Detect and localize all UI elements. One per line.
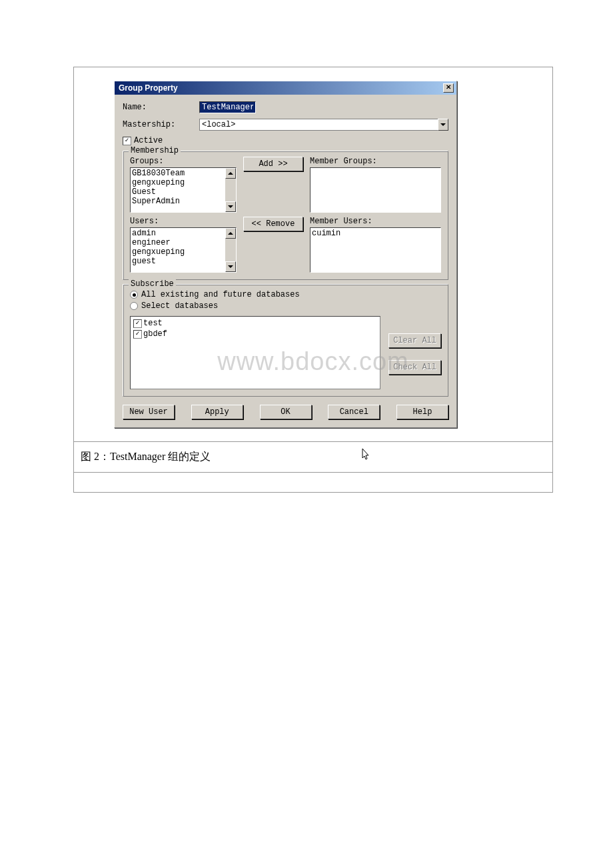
scroll-up-icon[interactable] xyxy=(225,168,236,179)
titlebar[interactable]: Group Property ✕ xyxy=(115,81,456,95)
list-item[interactable]: SuperAdmin xyxy=(132,197,235,206)
list-item[interactable]: cuimin xyxy=(312,229,439,238)
db-name: test xyxy=(143,318,163,329)
help-button[interactable]: Help xyxy=(396,405,448,419)
list-item[interactable]: admin xyxy=(132,229,235,238)
radio-all-label: All existing and future databases xyxy=(141,290,300,299)
name-label: Name: xyxy=(123,103,199,112)
users-listbox[interactable]: admin engineer gengxueping guest xyxy=(130,227,237,273)
add-button[interactable]: Add >> xyxy=(243,157,303,171)
subscribe-fieldset: Subscribe All existing and future databa… xyxy=(123,284,448,397)
member-users-label: Member Users: xyxy=(310,217,441,226)
chevron-down-icon[interactable] xyxy=(438,119,448,131)
member-users-listbox[interactable]: cuimin xyxy=(310,227,441,273)
radio-select-label: Select databases xyxy=(141,301,218,311)
remove-button[interactable]: << Remove xyxy=(243,217,303,231)
active-checkbox[interactable] xyxy=(123,137,131,145)
member-groups-label: Member Groups: xyxy=(310,157,441,166)
list-item[interactable]: Guest xyxy=(132,187,235,197)
name-input[interactable] xyxy=(199,101,256,113)
scroll-up-icon[interactable] xyxy=(225,228,236,239)
cancel-button[interactable]: Cancel xyxy=(328,405,380,419)
mastership-value[interactable] xyxy=(199,119,438,131)
groups-label: Groups: xyxy=(130,157,237,166)
scroll-down-icon[interactable] xyxy=(225,261,236,272)
list-item[interactable]: gengxueping xyxy=(132,178,235,187)
subscribe-legend: Subscribe xyxy=(129,279,176,289)
ok-button[interactable]: OK xyxy=(260,405,312,419)
membership-legend: Membership xyxy=(129,146,181,155)
list-item[interactable]: engineer xyxy=(132,238,235,247)
db-checkbox[interactable] xyxy=(133,319,142,328)
membership-fieldset: Membership Groups: GB18030Team gengxuepi… xyxy=(123,151,448,280)
group-property-dialog: Group Property ✕ Name: Mastership: xyxy=(114,81,457,428)
list-item[interactable]: gengxueping xyxy=(132,247,235,257)
scrollbar[interactable] xyxy=(225,168,236,212)
list-item[interactable]: GB18030Team xyxy=(132,169,235,178)
list-item[interactable]: guest xyxy=(132,257,235,266)
new-user-button[interactable]: New User xyxy=(123,405,175,419)
list-item[interactable]: gbdef xyxy=(133,329,377,339)
db-name: gbdef xyxy=(143,329,167,339)
mastership-dropdown[interactable] xyxy=(199,119,448,131)
db-checkbox[interactable] xyxy=(133,330,142,339)
databases-listbox[interactable]: test gbdef xyxy=(130,316,380,389)
divider xyxy=(74,472,552,492)
mastership-label: Mastership: xyxy=(123,120,199,129)
list-item[interactable]: test xyxy=(133,318,377,329)
scrollbar[interactable] xyxy=(225,228,236,272)
clear-all-button[interactable]: Clear All xyxy=(388,333,441,348)
figure-caption: 图 2：TestManager 组的定义 xyxy=(74,441,552,472)
check-all-button[interactable]: Check All xyxy=(388,360,441,375)
groups-listbox[interactable]: GB18030Team gengxueping Guest SuperAdmin xyxy=(130,167,237,213)
users-label: Users: xyxy=(130,217,237,226)
close-button[interactable]: ✕ xyxy=(443,83,454,93)
active-label: Active xyxy=(134,136,163,145)
apply-button[interactable]: Apply xyxy=(191,405,243,419)
dialog-title: Group Property xyxy=(119,83,178,93)
scroll-down-icon[interactable] xyxy=(225,201,236,212)
close-icon: ✕ xyxy=(446,83,451,91)
radio-select-databases[interactable] xyxy=(130,302,138,310)
member-groups-listbox[interactable] xyxy=(310,167,441,213)
radio-all-databases[interactable] xyxy=(130,291,138,299)
